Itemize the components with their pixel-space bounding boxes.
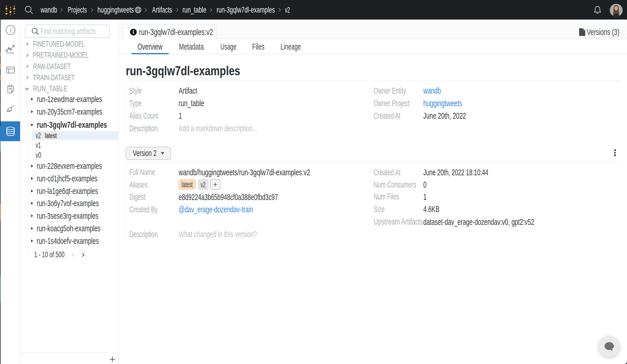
svg-text:i: i xyxy=(10,27,11,34)
